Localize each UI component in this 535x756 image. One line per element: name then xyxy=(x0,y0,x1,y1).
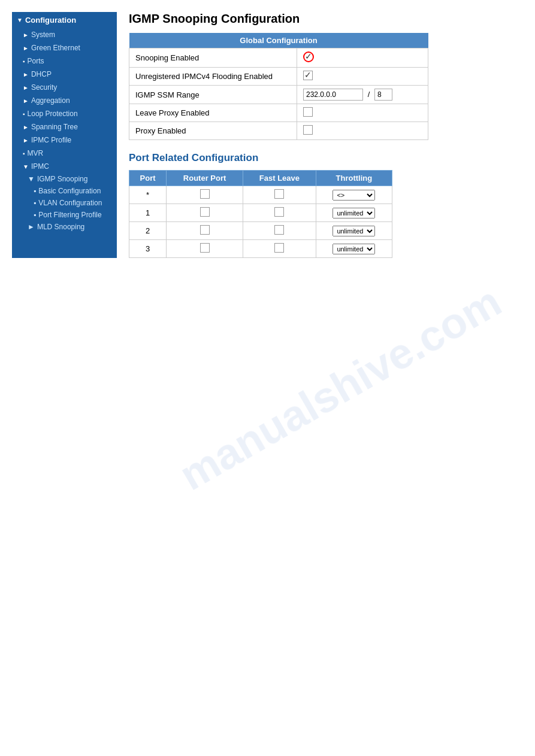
table-row: 3 unlimited <> xyxy=(129,240,392,258)
chevron-down-icon: ▼ xyxy=(23,163,29,170)
sidebar-header[interactable]: ▼ Configuration xyxy=(12,12,117,28)
sidebar-item-vlan-config[interactable]: ▪ VLAN Configuration xyxy=(12,197,117,209)
ssm-range-separator: / xyxy=(368,90,370,99)
throttling-cell: unlimited <> xyxy=(316,240,392,258)
sidebar-label: Basic Configuration xyxy=(38,187,101,195)
sidebar-label: Ports xyxy=(28,57,44,65)
arrow-icon: ► xyxy=(23,98,29,104)
sidebar-item-aggregation[interactable]: ► Aggregation xyxy=(12,94,117,107)
table-row: Proxy Enabled xyxy=(129,122,428,140)
snooping-enabled-label: Snooping Enabled xyxy=(129,48,297,68)
throttling-select-2[interactable]: unlimited <> xyxy=(333,226,375,236)
sidebar-item-igmp-snooping[interactable]: ▼ IGMP Snooping xyxy=(12,173,117,185)
fast-leave-cell xyxy=(243,222,316,240)
bullet-icon: ▪ xyxy=(23,58,25,65)
table-row: 2 unlimited <> xyxy=(129,222,392,240)
ssm-range-cell: / xyxy=(297,86,428,104)
sidebar-item-spanning-tree[interactable]: ► Spanning Tree xyxy=(12,120,117,133)
port-cell: 1 xyxy=(129,204,167,222)
port-cell: * xyxy=(129,186,167,204)
proxy-enabled-label: Proxy Enabled xyxy=(129,122,297,140)
table-row: Unregistered IPMCv4 Flooding Enabled xyxy=(129,68,428,86)
col-router-port: Router Port xyxy=(167,171,243,186)
sidebar-item-ipmc-profile[interactable]: ► IPMC Profile xyxy=(12,133,117,147)
main-content: IGMP Snooping Configuration Global Confi… xyxy=(129,12,523,258)
sidebar-label: Loop Protection xyxy=(28,110,78,118)
table-row: IGMP SSM Range / xyxy=(129,86,428,104)
col-fast-leave: Fast Leave xyxy=(243,171,316,186)
arrow-icon: ► xyxy=(23,137,29,144)
sidebar-item-ipmc[interactable]: ▼ IPMC xyxy=(12,160,117,173)
fast-leave-cell xyxy=(243,204,316,222)
proxy-enabled-cell xyxy=(297,122,428,140)
router-port-cell xyxy=(167,186,243,204)
router-port-cell xyxy=(167,240,243,258)
throttling-select-star[interactable]: <> unlimited xyxy=(333,190,375,201)
bullet-icon: ▪ xyxy=(23,150,25,157)
sidebar-item-mvr[interactable]: ▪ MVR xyxy=(12,147,117,160)
table-row: 1 unlimited <> xyxy=(129,204,392,222)
sidebar-label: IPMC Profile xyxy=(31,136,71,144)
bullet-icon: ▪ xyxy=(34,199,36,207)
fast-leave-cell xyxy=(243,240,316,258)
flooding-enabled-checkbox[interactable] xyxy=(303,71,313,80)
chevron-down-icon: ▼ xyxy=(17,17,23,23)
fast-leave-checkbox-star[interactable] xyxy=(274,189,284,199)
sidebar-header-label: Configuration xyxy=(25,16,76,25)
proxy-enabled-checkbox[interactable] xyxy=(303,125,313,135)
sidebar-label: Port Filtering Profile xyxy=(38,211,101,219)
col-port: Port xyxy=(129,171,167,186)
throttling-cell: unlimited <> xyxy=(316,204,392,222)
sidebar-label: System xyxy=(31,31,55,39)
router-port-checkbox-2[interactable] xyxy=(200,225,210,235)
ssm-range-input[interactable] xyxy=(303,89,363,101)
port-cell: 2 xyxy=(129,222,167,240)
arrow-icon: ► xyxy=(23,71,29,78)
port-config-table: Port Router Port Fast Leave Throttling * xyxy=(129,170,392,258)
global-config-table: Global Configuration Snooping Enabled Un… xyxy=(129,33,428,140)
sidebar-label: Spanning Tree xyxy=(31,123,78,131)
sidebar: ▼ Configuration ► System ► Green Etherne… xyxy=(12,12,117,258)
router-port-checkbox-1[interactable] xyxy=(200,207,210,217)
sidebar-item-green-ethernet[interactable]: ► Green Ethernet xyxy=(12,41,117,54)
ssm-range-label: IGMP SSM Range xyxy=(129,86,297,104)
fast-leave-checkbox-1[interactable] xyxy=(274,207,284,217)
router-port-checkbox-3[interactable] xyxy=(200,243,210,253)
arrow-icon: ► xyxy=(23,45,29,51)
router-port-cell xyxy=(167,222,243,240)
sidebar-item-basic-config[interactable]: ▪ Basic Configuration xyxy=(12,185,117,197)
sidebar-label: IPMC xyxy=(31,162,49,171)
global-config-header: Global Configuration xyxy=(129,33,428,48)
sidebar-item-system[interactable]: ► System xyxy=(12,28,117,41)
col-throttling: Throttling xyxy=(316,171,392,186)
fast-leave-checkbox-2[interactable] xyxy=(274,225,284,235)
arrow-icon: ► xyxy=(28,223,35,231)
arrow-icon: ► xyxy=(23,124,29,130)
sidebar-label: Aggregation xyxy=(31,96,70,105)
sidebar-item-loop-protection[interactable]: ▪ Loop Protection xyxy=(12,107,117,120)
sidebar-item-dhcp[interactable]: ► DHCP xyxy=(12,68,117,81)
leave-proxy-checkbox[interactable] xyxy=(303,107,313,117)
table-row: Snooping Enabled xyxy=(129,48,428,68)
throttling-cell: unlimited <> xyxy=(316,222,392,240)
sidebar-label: IGMP Snooping xyxy=(37,175,88,183)
ssm-range-suffix-input[interactable] xyxy=(374,89,392,101)
bullet-icon: ▪ xyxy=(23,111,25,117)
sidebar-item-ports[interactable]: ▪ Ports xyxy=(12,54,117,68)
sidebar-item-port-filtering[interactable]: ▪ Port Filtering Profile xyxy=(12,209,117,221)
throttling-cell: <> unlimited xyxy=(316,186,392,204)
sidebar-label: Green Ethernet xyxy=(31,44,80,52)
table-row: Leave Proxy Enabled xyxy=(129,104,428,122)
port-config-title: Port Related Configuration xyxy=(129,152,523,164)
sidebar-item-mld-snooping[interactable]: ► MLD Snooping xyxy=(12,221,117,233)
throttling-select-3[interactable]: unlimited <> xyxy=(333,244,375,254)
flooding-enabled-label: Unregistered IPMCv4 Flooding Enabled xyxy=(129,68,297,86)
throttling-select-1[interactable]: unlimited <> xyxy=(333,208,375,218)
snooping-enabled-checkbox[interactable] xyxy=(303,51,314,62)
bullet-icon: ▪ xyxy=(34,211,36,219)
bullet-icon: ▪ xyxy=(34,187,36,195)
fast-leave-checkbox-3[interactable] xyxy=(274,243,284,253)
sidebar-label: DHCP xyxy=(31,70,52,78)
sidebar-item-security[interactable]: ► Security xyxy=(12,81,117,94)
router-port-checkbox-star[interactable] xyxy=(200,189,210,199)
